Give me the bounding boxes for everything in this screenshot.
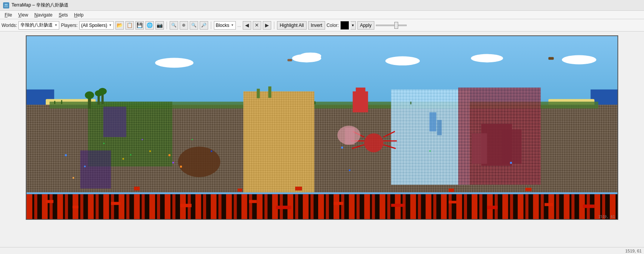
svg-rect-79 bbox=[345, 128, 355, 145]
svg-rect-75 bbox=[130, 154, 131, 155]
app-icon bbox=[3, 2, 9, 8]
menu-help[interactable]: Help bbox=[71, 12, 87, 18]
svg-rect-105 bbox=[61, 100, 62, 104]
map-svg: 1519, 61 bbox=[27, 36, 617, 219]
svg-rect-77 bbox=[429, 151, 430, 152]
copy-button[interactable]: 📋 bbox=[125, 21, 134, 30]
close-x-icon: ✕ bbox=[255, 22, 259, 28]
blocks-label: Blocks bbox=[216, 23, 229, 28]
color-label: Color: bbox=[327, 23, 339, 28]
search2-button[interactable]: ⊕ bbox=[180, 21, 188, 30]
svg-rect-74 bbox=[103, 143, 104, 144]
svg-rect-101 bbox=[487, 206, 498, 209]
players-value: (All Spoilers) bbox=[81, 23, 107, 28]
title-bar: TerraMap – 辛辣的八卦肠道 bbox=[0, 0, 644, 11]
svg-rect-1 bbox=[4, 6, 8, 7]
svg-rect-47 bbox=[80, 151, 111, 189]
save-button[interactable]: 💾 bbox=[135, 21, 144, 30]
invert-button[interactable]: Invert bbox=[308, 21, 325, 30]
zoom-out-button[interactable]: 🔎 bbox=[200, 21, 208, 30]
svg-point-31 bbox=[562, 55, 596, 65]
slider-track[interactable] bbox=[376, 25, 407, 26]
svg-rect-70 bbox=[180, 166, 182, 168]
svg-rect-39 bbox=[98, 95, 100, 105]
zoom-in-button[interactable]: 🔍 bbox=[190, 21, 198, 30]
svg-point-38 bbox=[85, 91, 94, 99]
open-button[interactable]: 📂 bbox=[115, 21, 124, 30]
coords-text: 1519, 61 bbox=[625, 249, 642, 253]
sep-3 bbox=[274, 22, 274, 29]
svg-rect-41 bbox=[101, 93, 103, 104]
svg-rect-53 bbox=[502, 129, 522, 164]
svg-rect-68 bbox=[172, 162, 174, 163]
worlds-value: 辛辣的八卦肠道 bbox=[20, 22, 53, 28]
svg-rect-66 bbox=[211, 151, 212, 152]
players-label: Players: bbox=[61, 23, 77, 28]
players-dropdown[interactable]: (All Spoilers) ▼ bbox=[79, 21, 114, 30]
close-x-button[interactable]: ✕ bbox=[253, 21, 261, 30]
svg-rect-69 bbox=[169, 154, 170, 156]
svg-rect-80 bbox=[134, 187, 140, 191]
camera-icon: 📷 bbox=[157, 22, 163, 28]
prev-button[interactable]: ◀ bbox=[243, 21, 251, 30]
svg-rect-104 bbox=[54, 101, 55, 104]
svg-point-29 bbox=[385, 56, 420, 66]
svg-point-28 bbox=[300, 53, 321, 60]
camera-button[interactable]: 📷 bbox=[155, 21, 164, 30]
next-button[interactable]: ▶ bbox=[263, 21, 271, 30]
search-icon: 🔍 bbox=[171, 23, 177, 28]
search2-icon: ⊕ bbox=[182, 23, 185, 28]
svg-rect-88 bbox=[356, 88, 365, 95]
svg-point-48 bbox=[178, 147, 220, 177]
next-icon: ▶ bbox=[265, 22, 269, 28]
svg-rect-97 bbox=[276, 206, 291, 209]
svg-rect-106 bbox=[314, 101, 315, 105]
svg-rect-91 bbox=[27, 204, 617, 219]
svg-rect-32 bbox=[287, 59, 292, 61]
map-container[interactable]: 1519, 61 bbox=[26, 35, 618, 220]
menu-bar: File View Navigate Sets Help bbox=[0, 11, 644, 19]
highlight-all-button[interactable]: Highlight All bbox=[277, 21, 307, 30]
slider-thumb[interactable] bbox=[394, 22, 398, 29]
menu-file[interactable]: File bbox=[2, 12, 15, 18]
svg-rect-61 bbox=[65, 154, 67, 156]
svg-rect-73 bbox=[149, 151, 151, 152]
web-button[interactable]: 🌐 bbox=[145, 21, 154, 30]
svg-rect-82 bbox=[295, 187, 302, 191]
svg-rect-93 bbox=[73, 206, 78, 208]
color-dropdown-button[interactable]: ▼ bbox=[350, 21, 356, 30]
svg-rect-2 bbox=[5, 4, 8, 5]
menu-navigate[interactable]: Navigate bbox=[31, 12, 55, 18]
svg-point-30 bbox=[471, 54, 503, 63]
worlds-dropdown[interactable]: 辛辣的八卦肠道 ▼ bbox=[18, 21, 59, 30]
svg-rect-102 bbox=[544, 203, 553, 206]
blocks-dropdown[interactable]: Blocks ▼ bbox=[214, 21, 236, 30]
prev-icon: ◀ bbox=[245, 22, 249, 28]
svg-rect-64 bbox=[349, 169, 350, 171]
apply-button[interactable]: Apply bbox=[357, 21, 374, 30]
svg-point-54 bbox=[364, 133, 384, 153]
svg-rect-52 bbox=[472, 133, 487, 164]
svg-rect-43 bbox=[244, 91, 315, 193]
svg-rect-95 bbox=[180, 204, 192, 207]
svg-rect-86 bbox=[437, 120, 442, 135]
svg-rect-33 bbox=[548, 57, 554, 60]
search-button[interactable]: 🔍 bbox=[170, 21, 178, 30]
svg-rect-100 bbox=[449, 201, 456, 203]
map-canvas: 1519, 61 bbox=[27, 36, 617, 219]
svg-rect-99 bbox=[391, 204, 405, 207]
color-swatch[interactable] bbox=[340, 21, 349, 30]
svg-rect-92 bbox=[46, 200, 53, 203]
svg-point-26 bbox=[155, 58, 194, 68]
toolbar: Worlds: 辛辣的八卦肠道 ▼ Players: (All Spoilers… bbox=[0, 19, 644, 32]
status-bar: 1519, 61 bbox=[0, 247, 644, 254]
menu-sets[interactable]: Sets bbox=[56, 12, 71, 18]
blocks-dropdown-arrow: ▼ bbox=[231, 23, 234, 27]
sep-1 bbox=[167, 22, 167, 29]
menu-view[interactable]: View bbox=[15, 12, 31, 18]
svg-point-42 bbox=[98, 88, 107, 95]
svg-rect-83 bbox=[449, 189, 454, 192]
blocks-ellipsis: ... bbox=[237, 23, 241, 28]
svg-rect-85 bbox=[429, 112, 436, 131]
svg-rect-62 bbox=[84, 166, 86, 167]
